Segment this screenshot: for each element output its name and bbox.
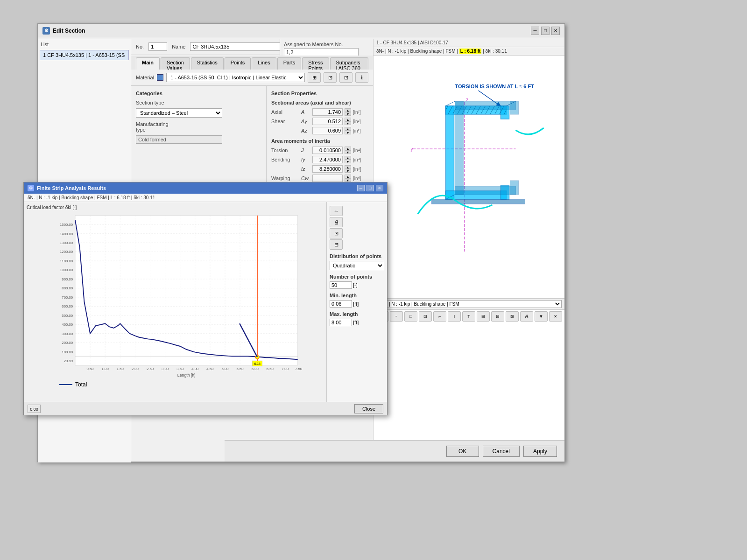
canvas-tool-3[interactable]: □	[404, 311, 417, 322]
close-button[interactable]: ✕	[551, 27, 560, 35]
canvas-tool-12[interactable]: ▼	[535, 311, 548, 322]
fsa-window-controls: ─ □ ✕	[357, 185, 383, 191]
maximize-button[interactable]: □	[541, 27, 550, 35]
minimize-button[interactable]: ─	[531, 27, 539, 35]
section-type-select[interactable]: Standardized – Steel	[136, 108, 222, 118]
svg-text:1300.00: 1300.00	[60, 241, 73, 245]
canvas-tool-6[interactable]: I	[448, 311, 461, 322]
svg-text:1000.00: 1000.00	[60, 268, 73, 272]
no-label: No.	[136, 44, 144, 49]
axial-spinner[interactable]: ▲▼	[345, 108, 351, 116]
min-length-group: Min. length [ft]	[330, 293, 384, 308]
torsion-value[interactable]	[312, 147, 343, 154]
shear-ay-var: Ay	[301, 119, 310, 124]
section-canvas-area: 1 - CF 3HU4.5x135 | AISI D100-17 δN- | N…	[373, 39, 564, 440]
svg-text:1.50: 1.50	[117, 367, 124, 371]
fsa-chart-area: Critical load factor δki [-]	[24, 202, 326, 402]
fsa-close-button[interactable]: Close	[354, 404, 383, 413]
min-length-label: Min. length	[330, 293, 384, 298]
min-length-input[interactable]	[330, 300, 352, 308]
list-item[interactable]: 1 CF 3HU4.5x135 | 1 - A653-15 (SS	[40, 50, 129, 60]
material-select[interactable]: 1 - A653-15 (SS 50, Cl 1) | Isotropic | …	[166, 73, 305, 82]
bending-iy-value[interactable]	[312, 156, 343, 163]
axial-value[interactable]	[312, 108, 343, 116]
svg-rect-32	[432, 199, 525, 204]
fsa-close-button[interactable]: ✕	[376, 185, 383, 191]
canvas-tool-11[interactable]: 🖨	[520, 311, 533, 322]
axial-row: Axial A ▲▼ [in²]	[271, 108, 368, 116]
max-length-input[interactable]	[330, 319, 352, 326]
canvas-status-select[interactable]: δN- | N : -1 kip | Buckling shape | FSM	[376, 300, 562, 308]
svg-text:1200.00: 1200.00	[60, 250, 73, 254]
bottom-button-bar: OK Cancel Apply	[225, 440, 564, 462]
shear-ay-unit: [in²]	[353, 119, 361, 124]
fsa-minimize-button[interactable]: ─	[357, 185, 365, 191]
max-length-unit: [ft]	[353, 320, 359, 325]
fsa-titlebar: ⚙ Finite Strip Analysis Results ─ □ ✕	[24, 182, 387, 194]
warping-spinner[interactable]: ▲▼	[345, 175, 351, 182]
canvas-tool-7[interactable]: T	[462, 311, 475, 322]
material-copy-button[interactable]: ⊡	[324, 72, 337, 83]
canvas-tool-4[interactable]: ⊡	[419, 311, 432, 322]
canvas-info-line2: δN- | N : -1 kip | Buckling shape | FSM …	[374, 47, 564, 56]
bending-iy-spinner[interactable]: ▲▼	[345, 156, 351, 163]
num-points-label: Number of points	[330, 274, 384, 280]
bending-iz-spinner[interactable]: ▲▼	[345, 165, 351, 173]
distribution-group: Distribution of points QuadraticLinearLo…	[330, 253, 384, 270]
fsa-tool-print[interactable]: 🖨	[330, 217, 343, 227]
fsa-tool-info[interactable]: ⊟	[330, 239, 343, 250]
bending-iz-row: Iz ▲▼ [in⁴]	[271, 165, 368, 173]
canvas-tool-5[interactable]: ⌐	[433, 311, 446, 322]
svg-text:5.00: 5.00	[221, 367, 229, 371]
material-info-button[interactable]: ℹ	[355, 72, 368, 83]
bending-iz-var: Iz	[301, 166, 310, 172]
svg-text:2.00: 2.00	[132, 367, 139, 371]
shear-az-var: Az	[301, 128, 310, 133]
num-points-input[interactable]	[330, 281, 352, 289]
canvas-tool-8[interactable]: ⊞	[477, 311, 490, 322]
max-length-row: [ft]	[330, 319, 384, 326]
svg-text:1.00: 1.00	[102, 367, 109, 371]
fsa-tool-arrow[interactable]: ↔	[330, 206, 343, 216]
chart-y-title: Critical load factor δki [-]	[27, 205, 324, 210]
shear-az-value[interactable]	[312, 127, 343, 134]
svg-text:2.50: 2.50	[147, 367, 154, 371]
no-input[interactable]	[148, 42, 167, 51]
material-row: Material 1 - A653-15 (SS 50, Cl 1) | Iso…	[131, 70, 373, 86]
warping-value[interactable]	[312, 175, 343, 182]
shear-az-spinner[interactable]: ▲▼	[345, 127, 351, 134]
shear-ay-value[interactable]	[312, 118, 343, 125]
distribution-select[interactable]: QuadraticLinearLogarithmic	[330, 261, 384, 270]
material-edit-button[interactable]: ⊞	[308, 72, 321, 83]
properties-panel: Section Properties Sectional areas (axia…	[267, 86, 373, 189]
torsion-spinner[interactable]: ▲▼	[345, 147, 351, 154]
canvas-tool-13[interactable]: ✕	[549, 311, 562, 322]
fsa-maximize-button[interactable]: □	[366, 185, 374, 191]
svg-text:y: y	[411, 147, 413, 152]
material-paste-button[interactable]: ⊡	[339, 72, 352, 83]
fsa-title-group: ⚙ Finite Strip Analysis Results	[28, 185, 106, 191]
axial-label: Axial	[271, 109, 299, 115]
svg-text:7.00: 7.00	[282, 367, 289, 371]
material-label: Material	[136, 75, 154, 80]
section-shape-canvas: TORSION IS SHOWN AT L ≈ 6 FT y z	[374, 56, 564, 298]
cancel-button[interactable]: Cancel	[483, 446, 520, 457]
canvas-tool-10[interactable]: ⊠	[506, 311, 519, 322]
shear-ay-spinner[interactable]: ▲▼	[345, 118, 351, 125]
categories-title: Categories	[136, 91, 261, 96]
legend-label-total: Total	[75, 381, 87, 388]
fsa-tool-copy[interactable]: ⊡	[330, 228, 343, 238]
shear-az-row: Az ▲▼ [in²]	[271, 127, 368, 134]
manufacturing-type-row: Manufacturing type	[136, 121, 261, 133]
apply-button[interactable]: Apply	[523, 446, 557, 457]
canvas-tool-9[interactable]: ⊟	[491, 311, 504, 322]
manufacturing-type-input	[136, 135, 222, 144]
section-properties-title: Section Properties	[271, 91, 368, 96]
svg-text:6.00: 6.00	[252, 367, 259, 371]
bending-iz-value[interactable]	[312, 165, 343, 173]
torsion-label: Torsion	[271, 147, 299, 153]
fsa-subtitle: δN- | N : -1 kip | Buckling shape | FSM …	[24, 194, 387, 202]
canvas-tool-2[interactable]: ⋯	[390, 311, 403, 322]
warping-row: Warping Cw ▲▼ [in⁶]	[271, 175, 368, 182]
ok-button[interactable]: OK	[446, 446, 479, 457]
